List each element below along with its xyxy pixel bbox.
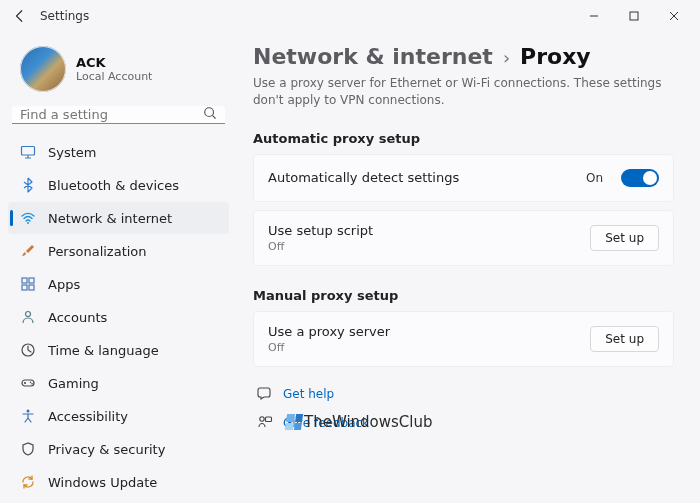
page-title: Proxy: [520, 44, 591, 69]
svg-point-1: [205, 108, 214, 117]
sidebar: ACK Local Account SystemBluetooth & devi…: [0, 32, 235, 503]
manual-proxy-card: Use a proxy server Off Set up: [253, 311, 674, 367]
svg-point-14: [260, 416, 264, 420]
window-controls: [574, 2, 694, 30]
setup-script-card: Use setup script Off Set up: [253, 210, 674, 266]
grid-icon: [20, 276, 36, 292]
sidebar-item-accounts[interactable]: Accounts: [8, 301, 229, 333]
give-feedback-link[interactable]: Give feedback: [283, 416, 369, 430]
svg-rect-4: [22, 278, 27, 283]
sidebar-item-accessibility[interactable]: Accessibility: [8, 400, 229, 432]
svg-point-8: [26, 312, 31, 317]
sidebar-item-network-internet[interactable]: Network & internet: [8, 202, 229, 234]
avatar: [20, 46, 66, 92]
sidebar-item-label: System: [48, 145, 96, 160]
search-icon: [203, 106, 217, 123]
profile-name: ACK: [76, 55, 152, 70]
svg-rect-15: [266, 417, 272, 422]
sidebar-item-label: Personalization: [48, 244, 147, 259]
svg-rect-2: [22, 147, 35, 156]
sidebar-item-label: Accessibility: [48, 409, 128, 424]
search-box[interactable]: [12, 106, 225, 124]
gamepad-icon: [20, 375, 36, 391]
person-icon: [20, 309, 36, 325]
sidebar-item-system[interactable]: System: [8, 136, 229, 168]
main-pane: Network & internet › Proxy Use a proxy s…: [235, 32, 700, 503]
close-button[interactable]: [654, 2, 694, 30]
clock-icon: [20, 342, 36, 358]
accessibility-icon: [20, 408, 36, 424]
sidebar-item-gaming[interactable]: Gaming: [8, 367, 229, 399]
setup-script-label: Use setup script: [268, 223, 578, 238]
svg-point-13: [27, 410, 30, 413]
svg-point-11: [30, 381, 32, 383]
setup-script-button[interactable]: Set up: [590, 225, 659, 251]
sidebar-item-time-language[interactable]: Time & language: [8, 334, 229, 366]
sidebar-item-label: Privacy & security: [48, 442, 165, 457]
auto-detect-label: Automatically detect settings: [268, 170, 574, 185]
wifi-icon: [20, 210, 36, 226]
svg-rect-6: [22, 285, 27, 290]
shield-icon: [20, 441, 36, 457]
feedback-icon: [257, 414, 273, 433]
manual-proxy-sub: Off: [268, 341, 578, 354]
sidebar-item-label: Bluetooth & devices: [48, 178, 179, 193]
window-title: Settings: [40, 9, 89, 23]
sidebar-item-apps[interactable]: Apps: [8, 268, 229, 300]
sidebar-item-label: Gaming: [48, 376, 99, 391]
sidebar-item-label: Apps: [48, 277, 80, 292]
sidebar-item-label: Time & language: [48, 343, 159, 358]
brush-icon: [20, 243, 36, 259]
breadcrumb-parent[interactable]: Network & internet: [253, 44, 493, 69]
profile-block[interactable]: ACK Local Account: [8, 38, 229, 102]
svg-point-12: [31, 383, 33, 385]
section-auto-title: Automatic proxy setup: [253, 131, 674, 146]
maximize-button[interactable]: [614, 2, 654, 30]
breadcrumb: Network & internet › Proxy: [253, 44, 674, 69]
update-icon: [20, 474, 36, 490]
search-input[interactable]: [20, 107, 203, 122]
back-button[interactable]: [6, 2, 34, 30]
sidebar-item-privacy-security[interactable]: Privacy & security: [8, 433, 229, 465]
profile-sub: Local Account: [76, 70, 152, 83]
sidebar-item-windows-update[interactable]: Windows Update: [8, 466, 229, 498]
sidebar-nav: SystemBluetooth & devicesNetwork & inter…: [8, 136, 229, 498]
sidebar-item-label: Accounts: [48, 310, 107, 325]
svg-rect-0: [630, 12, 638, 20]
give-feedback-row[interactable]: Give feedback: [253, 414, 674, 433]
get-help-row[interactable]: Get help: [253, 385, 674, 404]
svg-rect-10: [22, 380, 34, 386]
auto-detect-state: On: [586, 171, 603, 185]
monitor-icon: [20, 144, 36, 160]
sidebar-item-bluetooth-devices[interactable]: Bluetooth & devices: [8, 169, 229, 201]
auto-detect-toggle[interactable]: [621, 169, 659, 187]
auto-detect-card[interactable]: Automatically detect settings On: [253, 154, 674, 202]
minimize-button[interactable]: [574, 2, 614, 30]
svg-point-3: [27, 222, 29, 224]
svg-rect-7: [29, 285, 34, 290]
svg-rect-5: [29, 278, 34, 283]
chevron-right-icon: ›: [503, 47, 510, 68]
get-help-link[interactable]: Get help: [283, 387, 334, 401]
titlebar: Settings: [0, 0, 700, 32]
help-icon: [257, 385, 273, 404]
bluetooth-icon: [20, 177, 36, 193]
sidebar-item-label: Windows Update: [48, 475, 157, 490]
page-description: Use a proxy server for Ethernet or Wi-Fi…: [253, 75, 674, 109]
section-manual-title: Manual proxy setup: [253, 288, 674, 303]
sidebar-item-label: Network & internet: [48, 211, 172, 226]
sidebar-item-personalization[interactable]: Personalization: [8, 235, 229, 267]
setup-script-sub: Off: [268, 240, 578, 253]
manual-proxy-button[interactable]: Set up: [590, 326, 659, 352]
manual-proxy-label: Use a proxy server: [268, 324, 578, 339]
